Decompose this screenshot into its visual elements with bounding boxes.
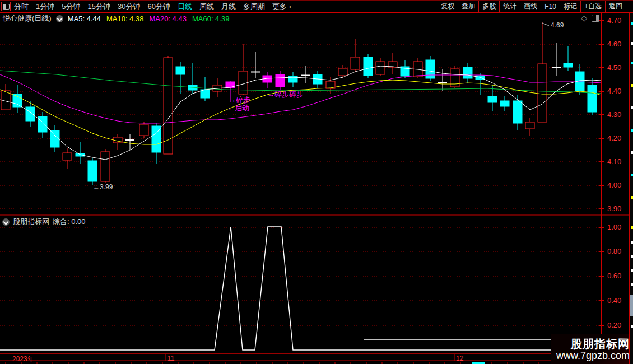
candle-body — [139, 124, 148, 136]
mini-strip-mark — [631, 241, 633, 244]
menu-item-月线[interactable]: 月线 — [221, 2, 236, 12]
candle-body — [26, 107, 35, 121]
mini-strip-mark — [631, 106, 633, 109]
candle-body — [13, 94, 22, 107]
toolbar-button-+自选[interactable]: +自选 — [580, 1, 606, 12]
candle-body — [164, 58, 173, 154]
candle-body — [513, 101, 522, 123]
collapse-chevron-icon[interactable] — [2, 218, 10, 226]
candle-body — [338, 68, 347, 76]
window-layout-icon[interactable] — [1, 2, 11, 11]
mini-strip-mark — [631, 129, 633, 132]
candle-body — [351, 57, 360, 69]
toolbar-button-画线[interactable]: 画线 — [520, 1, 541, 12]
candle-body — [101, 152, 110, 181]
tools-menu: 复权叠加多股统计画线F10标记+自选返回 — [437, 1, 626, 12]
menu-item-周线[interactable]: 周线 — [199, 2, 214, 12]
price-axis-label: 4.70 — [607, 16, 626, 25]
price-axis-label: 0.40 — [607, 296, 626, 305]
candle-body — [525, 122, 534, 129]
candle-body — [488, 96, 497, 102]
collapse-chevron-icon[interactable] — [56, 15, 63, 22]
mini-strip-mark — [631, 84, 633, 87]
mini-strip-mark — [631, 226, 633, 229]
price-axis-label: 4.60 — [607, 40, 626, 48]
toolbar-button-叠加[interactable]: 叠加 — [458, 1, 479, 12]
candle-body — [88, 161, 97, 181]
menu-item-15分钟[interactable]: 15分钟 — [87, 2, 110, 12]
candle-body — [63, 153, 72, 160]
candlestick-chart — [0, 0, 633, 364]
candle-body — [588, 85, 597, 112]
logo-site-url: www.7gpzb.com — [556, 350, 630, 361]
candle-body — [38, 116, 47, 132]
candle-body — [426, 60, 435, 78]
ma-legend: MA5: 4.44MA10: 4.38MA20: 4.43MA60: 4.39 — [68, 13, 235, 24]
menu-item-多周期[interactable]: 多周期 — [243, 2, 265, 12]
mini-strip-mark — [631, 151, 633, 154]
candle-body — [364, 57, 373, 76]
candle-body — [538, 64, 547, 122]
mini-strip-mark — [631, 325, 633, 328]
chart-annotation: ←3.99 — [93, 183, 113, 191]
trading-app-window: 分时1分钟5分钟15分钟30分钟60分钟日线周线月线多周期更多 › 复权叠加多股… — [0, 0, 633, 364]
mini-strip-mark — [631, 62, 633, 64]
toolbar-button-复权[interactable]: 复权 — [437, 1, 458, 12]
candle-body — [463, 67, 472, 78]
price-axis-label: 4.30 — [607, 110, 626, 119]
candle-body — [226, 82, 235, 88]
ma-label: MA5: 4.44 — [68, 15, 101, 23]
mini-strip-mark — [631, 269, 633, 272]
price-axis-label: 0.60 — [607, 272, 626, 280]
logo-site-name: 股朋指标网 — [571, 338, 630, 350]
scrollbar-thumb[interactable] — [630, 295, 633, 316]
indicator-panel-header: 股朋指标网 综合: 0.00 — [2, 217, 86, 227]
toolbar-button-多股[interactable]: 多股 — [478, 1, 500, 12]
ma-label: MA20: 4.43 — [149, 15, 187, 23]
candle-body — [500, 101, 509, 106]
menu-item-更多 ›[interactable]: 更多 › — [272, 2, 291, 12]
toolbar-button-标记[interactable]: 标记 — [560, 1, 581, 12]
ma5-line — [0, 66, 601, 160]
ma-label: MA60: 4.39 — [192, 15, 230, 23]
menu-item-1分钟[interactable]: 1分钟 — [36, 2, 54, 12]
mini-strip-mark — [631, 42, 633, 45]
candle-body — [50, 130, 59, 147]
menu-item-30分钟[interactable]: 30分钟 — [118, 2, 140, 12]
candle-body — [564, 63, 573, 67]
period-toolbar: 分时1分钟5分钟15分钟30分钟60分钟日线周线月线多周期更多 › 复权叠加多股… — [0, 0, 633, 13]
site-logo: 股朋指标网 www.7gpzb.com — [551, 334, 633, 364]
toolbar-button-返回[interactable]: 返回 — [605, 1, 626, 12]
price-axis-label: 3.90 — [607, 204, 626, 213]
xaxis-year-label: 2023年 — [12, 354, 34, 364]
candle-body — [152, 126, 161, 152]
xaxis-month-label: 12 — [456, 354, 463, 362]
stock-title: 悦心健康(日线) — [3, 13, 52, 24]
price-axis-label: 0.80 — [607, 247, 626, 255]
candle-body — [376, 62, 385, 74]
toolbar-button-F10[interactable]: F10 — [541, 1, 560, 12]
menu-item-5分钟[interactable]: 5分钟 — [62, 2, 80, 12]
candle-body — [239, 71, 248, 94]
split-view-icon[interactable] — [592, 15, 599, 22]
price-axis-label: 4.10 — [607, 157, 626, 166]
toolbar-button-统计[interactable]: 统计 — [499, 1, 520, 12]
price-axis-label: 0.20 — [607, 321, 626, 329]
menu-item-60分钟[interactable]: 60分钟 — [147, 2, 170, 12]
indicator-name: 股朋指标网 — [13, 217, 49, 227]
chart-annotation: ←启动 — [227, 103, 249, 113]
indicator-value: 综合: 0.00 — [53, 217, 86, 227]
chart-title-row: 悦心健康(日线) MA5: 4.44MA10: 4.38MA20: 4.43MA… — [0, 13, 602, 24]
menu-item-日线[interactable]: 日线 — [178, 2, 192, 12]
candle-body — [276, 74, 285, 87]
mini-strip-mark — [631, 174, 633, 176]
indicator-line — [0, 227, 601, 350]
diamond-icon[interactable]: ◇ — [581, 14, 587, 22]
xaxis-month-label: 11 — [167, 354, 174, 362]
price-axis-label: 4.50 — [607, 63, 626, 72]
mini-strip-mark — [631, 255, 633, 258]
price-axis-label: 4.20 — [607, 134, 626, 142]
mini-strip-mark — [631, 283, 633, 286]
chart-annotation: →碎步碎步 — [267, 90, 304, 100]
menu-item-分时[interactable]: 分时 — [14, 2, 29, 12]
